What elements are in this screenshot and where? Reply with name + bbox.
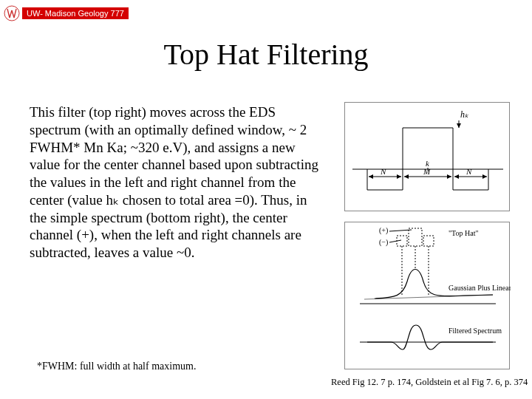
body-paragraph: This filter (top right) moves across the…	[30, 103, 325, 262]
label-minus: (−)	[379, 238, 388, 247]
label-N-left: N	[380, 167, 386, 176]
figure-citation: Reed Fig 12. 7 p. 174, Goldstein et al F…	[331, 377, 528, 388]
svg-marker-15	[397, 174, 401, 179]
svg-marker-17	[404, 174, 409, 179]
label-tophat: "Top Hat"	[449, 229, 479, 237]
figure-tophat-kernel: hₖ N M N k	[344, 102, 510, 211]
page-title: Top Hat Filtering	[0, 37, 532, 72]
label-plus: (+)	[379, 226, 388, 235]
footnote: *FWHM: full width at half maximum.	[37, 361, 196, 372]
svg-rect-24	[409, 228, 422, 246]
course-badge: UW- Madison Geology 777	[3, 4, 129, 22]
figure-filtered-spectrum: (+) (−) "Top Hat" Gaussian Plus Linear F…	[344, 222, 510, 369]
svg-marker-20	[454, 174, 459, 179]
svg-line-27	[389, 240, 401, 242]
svg-rect-25	[423, 236, 434, 246]
svg-point-0	[4, 6, 19, 21]
svg-marker-21	[482, 174, 487, 179]
label-filtered: Filtered Spectrum	[449, 327, 502, 335]
label-N-right: N	[466, 167, 472, 176]
svg-marker-14	[369, 174, 373, 179]
label-M: M	[423, 167, 431, 176]
svg-marker-12	[457, 123, 461, 128]
svg-marker-18	[447, 174, 451, 179]
course-badge-label: UW- Madison Geology 777	[22, 7, 129, 19]
uw-logo-icon	[3, 4, 21, 22]
label-hk: hₖ	[460, 109, 469, 120]
label-gaussian: Gaussian Plus Linear	[449, 284, 511, 292]
